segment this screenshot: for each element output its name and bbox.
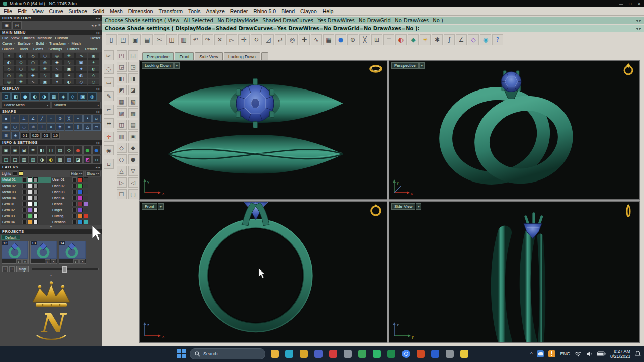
layer-visibility-chip[interactable] (22, 202, 27, 206)
menu-tool-icon[interactable]: ✚ (15, 79, 27, 85)
chamfer-icon[interactable]: ▤ (128, 120, 138, 130)
slider-handle[interactable] (62, 266, 67, 273)
snap-icon[interactable]: ∥ (74, 123, 83, 131)
viewport-tab[interactable]: Perspective (142, 52, 174, 60)
chevron-up-icon[interactable]: ^ (530, 351, 532, 356)
snap-icon[interactable]: ⊙ (56, 115, 64, 122)
info-icon[interactable]: ≡ (29, 146, 37, 154)
snap-setting-icon[interactable]: ◈ (11, 132, 20, 139)
chevron-down-icon[interactable]: ▾ (158, 203, 164, 210)
mirror-icon[interactable]: ⇄ (275, 34, 286, 45)
menu-tool-icon[interactable]: ▣ (75, 59, 87, 65)
display-mode-icon[interactable]: ▣ (78, 92, 87, 101)
viewport-name[interactable]: Perspective (391, 62, 419, 69)
thumb-open-button[interactable]: ▸ (45, 259, 50, 264)
menu-tool-icon[interactable]: ○ (15, 66, 27, 72)
layer-color-chip[interactable] (84, 190, 88, 194)
wifi-icon[interactable] (575, 351, 582, 357)
menu-tool-icon[interactable]: ◐ (15, 53, 27, 59)
window-control-button[interactable]: □ (629, 2, 631, 6)
viewport-looking-down[interactable]: Looking Down ▾ x y (139, 60, 387, 200)
taskbar-app-button[interactable] (269, 348, 280, 360)
boolean-intersect-icon[interactable]: ○ (117, 154, 127, 164)
taskbar-app-button[interactable] (298, 348, 309, 360)
move-icon[interactable]: ✛ (238, 34, 250, 45)
join-icon[interactable]: △ (117, 166, 127, 176)
save-icon[interactable]: ▣ (130, 34, 141, 45)
layer-color-chip[interactable] (84, 214, 88, 218)
taskbar-app-button[interactable] (342, 348, 353, 360)
layer-color-chip[interactable] (28, 214, 32, 218)
layer-color-chip[interactable] (33, 177, 38, 182)
taskbar-app-button[interactable] (400, 348, 412, 360)
light-icon[interactable]: ☀ (420, 34, 431, 45)
layer-color-chip[interactable] (78, 220, 83, 224)
bell-icon[interactable] (635, 351, 641, 357)
layer-color-chip[interactable] (84, 177, 88, 182)
menu-tool-icon[interactable]: ✦ (51, 79, 63, 85)
info-icon[interactable]: ▤ (56, 146, 64, 154)
main-menu-link[interactable]: Solid (36, 41, 48, 46)
menu-item[interactable]: Help (323, 8, 334, 14)
snap-icon[interactable]: ◦ (47, 115, 55, 122)
snap-icon[interactable]: ▫ (92, 115, 101, 122)
delete-icon[interactable]: ✕ (214, 34, 225, 45)
dimension-icon[interactable]: ↔ (104, 118, 114, 128)
layer-color-chip[interactable] (84, 184, 88, 188)
layer-color-chip[interactable] (28, 177, 32, 182)
zoom-icon[interactable]: ◎ (287, 34, 298, 45)
layer-visibility-chip[interactable] (72, 208, 77, 212)
thumbnail-size-slider[interactable] (32, 268, 99, 270)
paste-icon[interactable]: ▥ (178, 34, 189, 45)
layer-visibility-chip[interactable] (22, 220, 27, 224)
menu-tool-icon[interactable]: ∿ (75, 53, 87, 59)
snap-value-field[interactable]: 0.1 (21, 133, 29, 139)
viewport-tab[interactable]: Front (175, 52, 194, 60)
menu-item[interactable]: Analyze (206, 8, 224, 14)
menu-tool-icon[interactable]: ✦ (3, 53, 15, 59)
layer-row[interactable]: Gem 03 (1, 213, 51, 219)
layer-color-chip[interactable] (78, 214, 83, 218)
layer-visibility-chip[interactable] (72, 184, 77, 188)
menu-tool-icon[interactable]: ◇ (27, 53, 39, 59)
circle-icon[interactable]: ◧ (117, 73, 127, 83)
boolean-union-icon[interactable]: ◇ (117, 143, 127, 153)
command-nav-left-icon[interactable]: ◂ (636, 26, 638, 31)
layer-color-chip[interactable] (84, 196, 88, 200)
layer-row[interactable]: Finger (51, 207, 101, 213)
display-mode-icon[interactable]: ● (21, 92, 30, 101)
menu-tool-icon[interactable]: ▣ (39, 79, 51, 85)
material-icon[interactable]: ◆ (408, 34, 419, 45)
chevron-down-icon[interactable]: ▾ (174, 62, 180, 69)
layer-visibility-chip[interactable] (72, 190, 77, 194)
history-icon[interactable]: ◎ (12, 21, 22, 29)
menu-tool-icon[interactable]: ▣ (63, 66, 75, 72)
collapse-arrows-icon[interactable]: ◂ ▸ (96, 110, 100, 113)
extrude-icon[interactable]: ▦ (117, 97, 127, 107)
magr-button[interactable]: Magr (16, 266, 29, 272)
add-folder-button[interactable]: + (9, 266, 15, 272)
sweep-icon[interactable]: ▨ (117, 108, 127, 118)
main-menu-link[interactable]: Transform (49, 41, 70, 46)
print-icon[interactable]: ▤ (142, 34, 153, 45)
taskbar-app-button[interactable] (458, 348, 470, 360)
layer-visibility-chip[interactable] (72, 220, 77, 224)
snap-icon[interactable]: • (83, 115, 92, 122)
snap-value-field[interactable]: 1.0 (51, 133, 60, 139)
language-indicator[interactable]: ENG (560, 351, 570, 356)
menu-tool-icon[interactable]: ✚ (27, 72, 39, 78)
info-icon[interactable]: ● (83, 146, 92, 154)
taskbar-app-button[interactable] (312, 348, 324, 360)
info-icon[interactable]: ▣ (2, 146, 10, 154)
project-tab-default[interactable]: Default (1, 235, 20, 240)
volume-icon[interactable] (586, 351, 593, 357)
layer-visibility-chip[interactable] (72, 202, 77, 206)
viewport-name[interactable]: Front (142, 203, 157, 210)
layer-color-chip[interactable] (84, 202, 88, 206)
menu-tool-icon[interactable]: ◎ (27, 66, 39, 72)
history-forward-icon[interactable]: ▸ (95, 23, 97, 28)
menu-tool-icon[interactable]: ◎ (51, 53, 63, 59)
collapse-arrows-icon[interactable]: ◂ ▸ (96, 165, 100, 169)
display-mode-icon[interactable]: ◈ (59, 92, 68, 101)
viewport-label-group[interactable]: Looking Down ▾ (142, 62, 180, 69)
